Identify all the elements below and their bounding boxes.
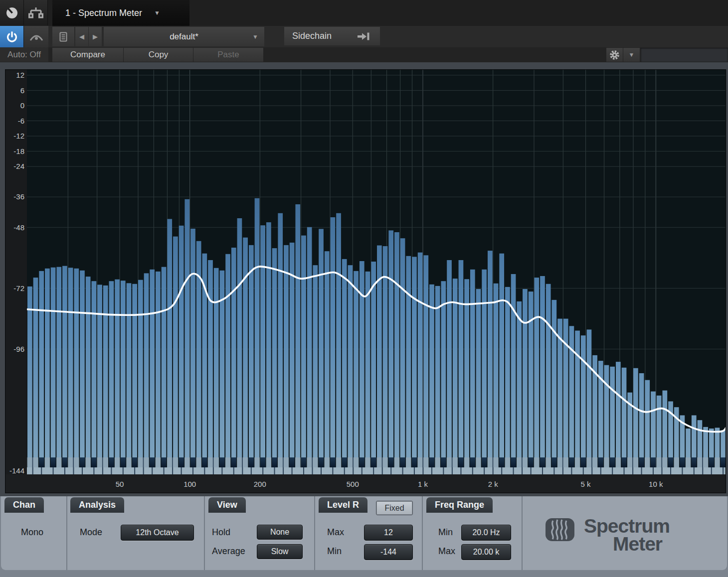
routing-button[interactable]: [24, 0, 48, 25]
section-divider: [66, 496, 67, 570]
preset-selector[interactable]: default* ▼: [104, 27, 264, 46]
next-preset-button[interactable]: ▶: [89, 27, 102, 46]
svg-text:-72: -72: [13, 284, 24, 292]
svg-text:-18: -18: [13, 147, 24, 155]
svg-text:-24: -24: [13, 162, 24, 170]
hold-select-button[interactable]: None: [257, 525, 303, 540]
arrow-left-icon: ◀: [79, 33, 84, 40]
section-divider: [422, 496, 423, 570]
level-min-field[interactable]: -144: [364, 544, 413, 560]
plot-bezel: 1260-6-12-18-24-36-48-72-96-144501002005…: [0, 62, 728, 496]
bottom-panel: Chan Mono Analysis Mode 12th Octave View…: [0, 496, 728, 577]
svg-text:5 k: 5 k: [581, 480, 591, 488]
svg-text:-6: -6: [18, 117, 24, 125]
fixed-toggle-button[interactable]: Fixed: [376, 501, 413, 515]
power-icon: [6, 31, 18, 43]
average-label: Average: [212, 546, 245, 557]
freq-axis-strip: [5, 474, 726, 493]
spectrum-meter-plugin-window: 1 - Spectrum Meter ▼ ◀ ▶: [0, 0, 728, 577]
brand-wordmark: Spectrum Meter: [584, 517, 670, 553]
tab-freq-range: Freq Range: [426, 497, 493, 513]
chevron-down-icon: ▼: [154, 9, 160, 16]
svg-text:-48: -48: [13, 223, 24, 232]
svg-text:1 k: 1 k: [418, 480, 428, 488]
level-max-field[interactable]: 12: [364, 525, 413, 541]
svg-text:500: 500: [347, 480, 359, 488]
brand-line1: Spectrum: [584, 517, 670, 535]
mode-select-button[interactable]: 12th Octave: [121, 525, 194, 541]
tab-view: View: [208, 497, 246, 513]
svg-text:-12: -12: [13, 132, 24, 140]
svg-text:-36: -36: [13, 192, 24, 201]
db-axis-gutter: [5, 69, 27, 474]
svg-text:2 k: 2 k: [488, 480, 499, 488]
average-select-button[interactable]: Slow: [257, 544, 303, 559]
level-min-label: Min: [327, 546, 342, 557]
svg-text:0: 0: [20, 101, 24, 110]
tab-level-range: Level R: [319, 497, 367, 513]
brand-line2: Meter: [613, 535, 670, 553]
preset-row: ◀ ▶ default* ▼ Sidechain: [0, 26, 728, 47]
routing-icon: [28, 6, 43, 20]
extra-menu-button[interactable]: ▼: [623, 48, 640, 62]
brand-logo: Spectrum Meter: [545, 517, 670, 553]
compare-button[interactable]: Compare: [52, 48, 123, 62]
plugin-title: 1 - Spectrum Meter: [65, 8, 142, 18]
auto-status-label: Auto: Off: [0, 47, 48, 62]
header-row: 1 - Spectrum Meter ▼: [0, 0, 728, 26]
level-max-label: Max: [327, 527, 344, 538]
previous-preset-button[interactable]: ◀: [75, 27, 88, 46]
svg-text:12: 12: [16, 71, 24, 79]
copy-button[interactable]: Copy: [124, 48, 193, 62]
section-divider: [522, 496, 523, 570]
freq-max-label: Max: [438, 546, 455, 557]
svg-text:50: 50: [116, 480, 124, 488]
preset-name: default*: [170, 32, 198, 42]
bypass-button[interactable]: [24, 26, 48, 47]
presonus-mark-icon: [545, 517, 576, 542]
knob-icon: [5, 6, 19, 20]
paste-button[interactable]: Paste: [193, 48, 263, 62]
chevron-down-icon: ▼: [252, 33, 258, 40]
freq-min-label: Min: [438, 527, 453, 538]
settings-button[interactable]: [606, 48, 623, 62]
bypass-curve-icon: [29, 31, 44, 42]
knob-mode-button[interactable]: [0, 0, 24, 25]
tab-chan: Chan: [4, 497, 44, 513]
empty-selector-field[interactable]: [641, 48, 728, 62]
svg-text:100: 100: [183, 480, 196, 488]
chan-value: Mono: [21, 527, 43, 538]
sidechain-label: Sidechain: [292, 31, 332, 41]
freq-min-field[interactable]: 20.0 Hz: [461, 525, 511, 541]
freq-max-field[interactable]: 20.00 k: [461, 544, 511, 560]
arrow-right-icon: ▶: [93, 33, 98, 40]
sidechain-button[interactable]: Sidechain: [284, 27, 380, 45]
chevron-down-icon: ▼: [629, 51, 635, 58]
spectrum-display: 1260-6-12-18-24-36-48-72-96-144501002005…: [5, 69, 727, 493]
sidechain-input-icon: [356, 31, 371, 41]
compare-row: Auto: Off Compare Copy Paste ▼: [0, 47, 728, 62]
svg-text:-144: -144: [9, 466, 24, 475]
svg-text:-96: -96: [13, 345, 24, 353]
plot-background: [27, 69, 726, 474]
svg-text:6: 6: [20, 86, 24, 95]
svg-text:10 k: 10 k: [649, 480, 663, 488]
hold-label: Hold: [212, 527, 230, 538]
svg-text:200: 200: [254, 480, 266, 488]
preset-menu-button[interactable]: [52, 27, 74, 46]
gear-icon: [609, 50, 620, 60]
mode-label: Mode: [80, 527, 102, 538]
section-divider: [204, 496, 205, 570]
section-divider: [314, 496, 315, 570]
document-icon: [59, 32, 67, 42]
panel-body: Chan Mono Analysis Mode 12th Octave View…: [1, 496, 727, 570]
power-toggle-button[interactable]: [0, 26, 24, 47]
tab-analysis: Analysis: [70, 497, 124, 513]
plugin-title-dropdown[interactable]: 1 - Spectrum Meter ▼: [52, 0, 189, 26]
